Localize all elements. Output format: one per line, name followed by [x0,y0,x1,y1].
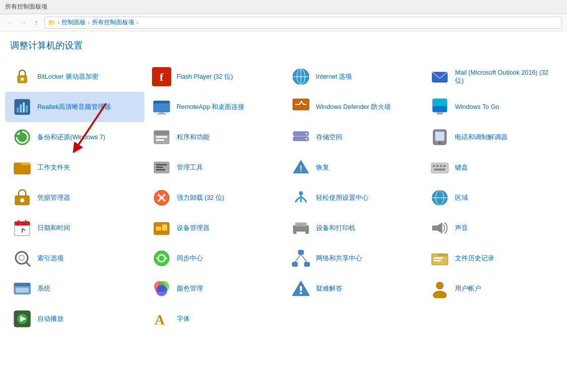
svg-rect-15 [153,101,170,103]
label-bitlocker: BitLocker 驱动器加密 [37,73,98,81]
svg-text:A: A [154,312,165,327]
svg-rect-12 [23,102,25,113]
item-backup[interactable]: 备份和还原(Windows 7) [5,122,144,152]
svg-rect-72 [432,226,437,231]
item-datetime[interactable]: 日期和时间 [5,213,144,243]
item-storage[interactable]: 存储空间 [284,122,423,152]
label-backup: 备份和还原(Windows 7) [37,133,105,141]
breadcrumb-item-1[interactable]: 控制面板 [62,18,86,27]
svg-rect-46 [440,165,442,167]
item-autoplay[interactable]: 自动播放 [5,304,144,334]
label-keyboard: 键盘 [455,163,468,172]
item-synccenter[interactable]: 同步中心 [144,243,284,273]
svg-rect-89 [14,283,30,286]
icon-colormgr [151,278,172,299]
icon-bitlocker [12,67,32,87]
label-remoteapp: RemoteApp 和桌面连接 [177,103,244,111]
item-recover[interactable]: !恢复 [284,152,423,183]
item-flashplayer[interactable]: fFlash Player (32 位) [144,62,284,92]
item-keyboard[interactable]: 键盘 [423,152,562,183]
icon-sound [430,218,450,238]
item-credential[interactable]: 凭据管理器 [5,183,144,213]
item-useraccount[interactable]: 用户帐户 [423,273,562,304]
item-mail[interactable]: Mail (Microsoft Outlook 2016) (32 位) [423,62,562,92]
item-sound[interactable]: 声音 [423,213,562,243]
icon-indexing [12,248,32,268]
label-region: 区域 [455,194,468,202]
back-button[interactable]: ← [5,18,15,28]
up-button[interactable]: ↑ [31,18,41,28]
label-network: 网络和共享中心 [316,254,362,262]
svg-point-71 [305,228,307,230]
icon-storage [291,127,311,147]
item-remoteapp[interactable]: RemoteApp 和桌面连接 [144,92,284,122]
item-region[interactable]: 区域 [423,183,562,213]
label-storage: 存储空间 [316,133,342,141]
item-indexing[interactable]: 索引选项 [5,243,144,273]
svg-rect-60 [15,221,30,226]
label-credential: 凭据管理器 [37,194,70,202]
item-troubleshoot[interactable]: 疑难解答 [284,273,423,304]
item-workfolder[interactable]: 工作文件夹 [5,152,144,183]
icon-recover: ! [291,157,311,178]
item-bitlocker[interactable]: BitLocker 驱动器加密 [5,62,144,92]
icon-programs [151,127,172,147]
item-windefender[interactable]: Windows Defender 防火墙 [284,92,423,122]
icon-devprint [291,218,311,238]
svg-rect-67 [162,225,167,231]
icon-backup [12,127,32,147]
item-internet[interactable]: Internet 选项 [284,62,423,92]
svg-rect-44 [433,165,435,167]
icon-flashplayer: f [151,67,172,87]
item-windowstogo[interactable]: Windows To Go [423,92,562,122]
label-indexing: 索引选项 [37,254,64,262]
icon-autoplay [12,309,32,329]
item-colormgr[interactable]: 颜色管理 [144,273,284,304]
svg-rect-69 [295,222,306,227]
forward-button[interactable]: → [18,18,28,28]
label-sound: 声音 [455,224,468,232]
icon-admtools [151,157,172,178]
item-realtek[interactable]: Realtek高清晰音频管理器 [5,92,144,122]
item-network[interactable]: 网络和共享中心 [284,243,423,273]
label-datetime: 日期和时间 [37,224,70,232]
item-devprint[interactable]: 设备和打印机 [284,213,423,243]
svg-point-50 [20,198,24,202]
label-flashplayer: Flash Player (32 位) [177,73,233,81]
title-bar: 所有控制面板项 [0,0,567,14]
icon-troubleshoot [291,278,311,299]
title-text: 所有控制面板项 [5,3,47,11]
svg-point-54 [299,191,303,195]
label-colormgr: 颜色管理 [177,285,203,293]
svg-rect-26 [154,131,169,135]
icon-region [430,188,450,208]
item-uninstall[interactable]: 强力卸载 (32 位) [144,183,284,213]
svg-rect-13 [26,105,28,113]
breadcrumb-item-2[interactable]: 所有控制面板项 [92,18,134,27]
svg-rect-43 [431,163,448,173]
svg-rect-45 [436,165,439,167]
item-phone[interactable]: 电话和调制解调器 [423,122,562,152]
item-fonts[interactable]: A字体 [144,304,284,334]
label-devmgr: 设备管理器 [177,224,210,232]
item-system[interactable]: 系统 [5,273,144,304]
svg-point-32 [305,138,307,140]
svg-rect-80 [298,250,303,254]
item-devmgr[interactable]: 设备管理器 [144,213,284,243]
svg-point-35 [439,142,441,144]
label-internet: Internet 选项 [316,73,352,81]
icon-fonts: A [151,309,172,329]
item-filehistory[interactable]: 文件历史记录 [423,243,562,273]
icon-easyaccess [291,188,311,208]
svg-text:f: f [160,71,164,83]
item-admtools[interactable]: 管理工具 [144,152,284,183]
label-windefender: Windows Defender 防火墙 [316,103,391,111]
item-programs[interactable]: 程序和功能 [144,122,284,152]
label-autoplay: 自动播放 [37,315,64,323]
label-recover: 恢复 [316,163,329,172]
item-easyaccess[interactable]: 轻松使用设置中心 [284,183,423,213]
icon-datetime [12,218,32,238]
svg-point-93 [156,285,167,296]
svg-rect-21 [433,106,447,112]
page-header: 调整计算机的设置 [0,31,567,57]
